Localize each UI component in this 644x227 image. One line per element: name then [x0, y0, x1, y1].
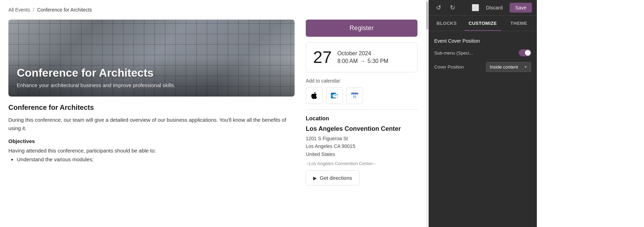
directions-icon: ▶	[313, 175, 317, 181]
calendar-buttons: O 31	[306, 87, 417, 104]
svg-text:31: 31	[353, 95, 356, 98]
right-panel: ↺ ↻ ⬜ Discard Save BLOCKS CUSTOMIZE THEM…	[429, 0, 537, 227]
outlook-calendar-button[interactable]: O	[326, 87, 343, 104]
objectives-intro: Having attended this conference, partici…	[8, 148, 295, 154]
event-left-column: Conference for Architects Enhance your a…	[8, 20, 295, 164]
event-right-column: Register 27 October 2024 8:00 AM → 5:30 …	[306, 20, 417, 185]
panel-section-title: Event Cover Position	[434, 38, 531, 44]
breadcrumb: All Events / Conference for Architects	[8, 7, 417, 13]
panel-tabs: BLOCKS CUSTOMIZE THEME	[429, 16, 537, 31]
event-start-time: 8:00 AM	[337, 58, 358, 64]
undo-icon[interactable]: ↺	[434, 4, 443, 12]
scrollbar[interactable]	[426, 0, 429, 227]
section-divider	[306, 109, 417, 110]
scroll-thumb[interactable]	[426, 1, 428, 29]
get-directions-button[interactable]: ▶ Get directions	[306, 170, 360, 185]
main-content: All Events / Conference for Architects C…	[0, 0, 426, 227]
calendar-label: Add to calendar:	[306, 78, 417, 84]
event-time-range: 8:00 AM → 5:30 PM	[337, 58, 410, 64]
venue-name: Los Angeles Convention Center	[306, 125, 417, 133]
hero-subtitle: Enhance your architectural business and …	[17, 82, 286, 88]
venue-map-label: --Los Angeles Convention Center--	[306, 161, 417, 166]
google-calendar-button[interactable]: 31	[346, 87, 363, 104]
panel-toolbar: ↺ ↻ ⬜ Discard Save	[429, 0, 537, 16]
tab-blocks[interactable]: BLOCKS	[429, 16, 465, 31]
register-button[interactable]: Register	[306, 20, 417, 37]
date-time-card: 27 October 2024 8:00 AM → 5:30 PM	[306, 42, 417, 72]
cover-position-label: Cover Position	[434, 64, 464, 70]
sub-menu-option-row: Sub-menu (Speci...	[434, 49, 531, 56]
breadcrumb-separator: /	[33, 7, 34, 13]
apple-calendar-button[interactable]	[306, 87, 323, 104]
breadcrumb-current: Conference for Architects	[37, 7, 92, 13]
objectives-list: Understand the various modules;	[8, 156, 295, 162]
directions-label: Get directions	[320, 175, 352, 181]
cover-position-dropdown[interactable]: Inside content ▼	[486, 62, 531, 72]
date-details: October 2024 8:00 AM → 5:30 PM	[337, 50, 410, 64]
location-heading: Location	[306, 115, 417, 122]
list-item: Understand the various modules;	[17, 156, 295, 162]
tab-theme[interactable]: THEME	[501, 16, 537, 31]
svg-rect-4	[351, 93, 358, 94]
address-line1: 1201 S Figueroa St	[306, 136, 348, 141]
breadcrumb-all-events[interactable]: All Events	[8, 7, 30, 13]
event-month-year: October 2024	[337, 50, 410, 57]
svg-text:O: O	[332, 94, 334, 97]
event-description: During this conference, our team will gi…	[8, 116, 295, 133]
event-hero-image: Conference for Architects Enhance your a…	[8, 20, 295, 97]
address-line2: Los Angeles CA 90015	[306, 143, 355, 149]
save-button[interactable]: Save	[510, 3, 532, 13]
dropdown-arrow-icon: ▼	[524, 65, 527, 69]
discard-button[interactable]: Discard	[483, 3, 505, 12]
address-line3: United States	[306, 151, 335, 157]
cover-position-value: Inside content	[490, 64, 518, 70]
toggle-knob	[525, 50, 531, 56]
event-end-time: 5:30 PM	[368, 58, 388, 64]
objectives-heading: Objectives	[8, 138, 295, 144]
event-day: 27	[313, 49, 332, 66]
device-toggle-icon[interactable]: ⬜	[472, 4, 479, 12]
time-arrow-icon: →	[360, 58, 365, 64]
panel-content: Event Cover Position Sub-menu (Speci... …	[429, 31, 537, 227]
event-layout: Conference for Architects Enhance your a…	[8, 20, 417, 185]
sub-menu-toggle[interactable]	[519, 49, 531, 56]
svg-rect-7	[356, 92, 356, 93]
redo-icon[interactable]: ↻	[447, 4, 457, 12]
venue-address: 1201 S Figueroa St Los Angeles CA 90015 …	[306, 135, 417, 158]
location-section: Location Los Angeles Convention Center 1…	[306, 115, 417, 185]
calendar-section: Add to calendar: O	[306, 78, 417, 104]
cover-position-row: Cover Position Inside content ▼	[434, 62, 531, 72]
tab-customize[interactable]: CUSTOMIZE	[465, 16, 501, 31]
hero-overlay: Conference for Architects Enhance your a…	[8, 58, 295, 97]
svg-rect-6	[353, 92, 354, 93]
event-title: Conference for Architects	[8, 104, 295, 112]
hero-title: Conference for Architects	[17, 66, 286, 79]
sub-menu-label: Sub-menu (Speci...	[434, 50, 473, 56]
